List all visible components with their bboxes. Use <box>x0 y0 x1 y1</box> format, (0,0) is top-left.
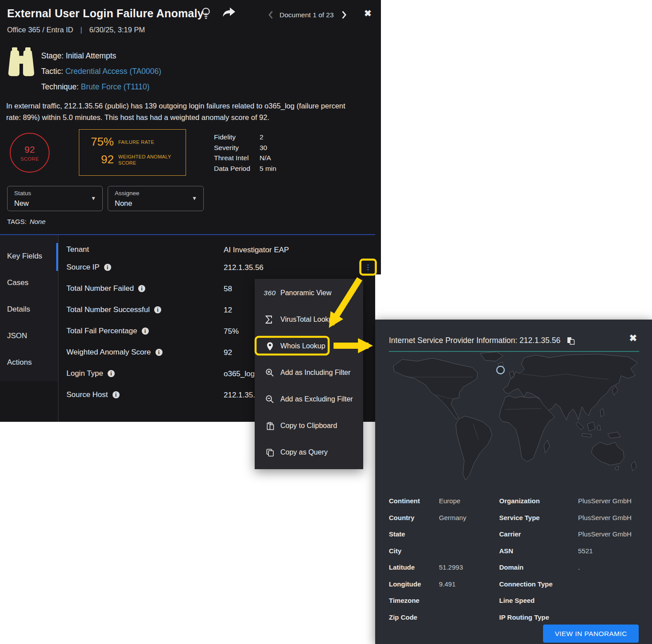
share-forward-icon[interactable] <box>222 7 236 18</box>
map-madagascar <box>544 440 550 453</box>
isp-value: 5521 <box>578 547 639 555</box>
menu-item-add-as-excluding-filter[interactable]: Add as Excluding Filter <box>255 386 363 413</box>
info-icon[interactable]: i <box>113 391 120 398</box>
tab-json[interactable]: JSON <box>7 332 55 342</box>
virustotal-icon <box>264 314 276 325</box>
isp-label: Service Type <box>499 514 578 521</box>
event-timestamp: 6/30/25, 3:19 PM <box>89 26 145 34</box>
whois-popup: Internet Service Provider Information: 2… <box>375 320 652 644</box>
copy-ip-icon[interactable] <box>567 336 575 345</box>
isp-label: Carrier <box>499 530 578 538</box>
lightbulb-icon[interactable] <box>200 7 212 20</box>
field-value: 12 <box>224 306 232 315</box>
field-label: Total Number Failedi <box>66 284 145 293</box>
field-label: Tenant <box>66 245 89 254</box>
tactic-link[interactable]: Credential Access (TA0006) <box>65 67 161 76</box>
isp-info-table: ContinentEuropeOrganizationPlusServer Gm… <box>389 493 639 625</box>
zoom-in-icon <box>264 367 276 378</box>
status-label: Status <box>14 190 31 197</box>
info-icon[interactable]: i <box>104 264 111 271</box>
isp-label: Continent <box>389 497 439 505</box>
isp-label: Connection Type <box>499 580 578 588</box>
menu-item-label: Add as Excluding Filter <box>280 395 353 403</box>
tactic-label: Tactic: <box>41 67 63 76</box>
binoculars-icon <box>8 47 35 77</box>
panel-edge <box>375 0 381 274</box>
isp-label: Zip Code <box>389 613 439 621</box>
stat-value: 2 <box>260 133 276 144</box>
map-philippines <box>600 409 604 417</box>
tags-value: None <box>30 218 46 225</box>
info-icon[interactable]: i <box>138 285 145 292</box>
world-map <box>389 351 639 487</box>
info-icon[interactable]: i <box>142 328 149 335</box>
tab-cases[interactable]: Cases <box>7 278 55 289</box>
isp-value: 51.2993 <box>439 563 499 571</box>
field-label: Total Fail Percentagei <box>66 327 149 335</box>
isp-label: Latitude <box>389 563 439 571</box>
menu-item-label: Copy as Query <box>280 448 328 456</box>
chevron-left-icon[interactable] <box>268 11 273 19</box>
anomaly-description: In external traffic, 212.1.35.56 (public… <box>6 100 361 123</box>
map-north-america <box>393 358 477 419</box>
score-label: SCORE <box>20 156 39 162</box>
field-value: 212.1.35.56 <box>224 263 264 272</box>
isp-label: Line Speed <box>499 597 578 604</box>
close-icon[interactable]: ✖ <box>629 333 637 343</box>
mitre-tactic: Tactic: Credential Access (TA0006) <box>41 67 161 76</box>
isp-value: PlusServer GmbH <box>578 514 639 521</box>
technique-link[interactable]: Brute Force (T1110) <box>81 82 150 91</box>
status-dropdown[interactable]: Status New ▼ <box>7 186 103 211</box>
caret-down-icon: ▼ <box>91 195 96 201</box>
map-tasmania <box>615 466 619 470</box>
view-in-panoramic-button[interactable]: VIEW IN PANORAMIC <box>543 625 639 643</box>
stage-label: Stage: <box>41 51 64 60</box>
table-row: TenantAI Investigator EAP <box>66 245 375 257</box>
info-icon[interactable]: i <box>155 349 163 356</box>
separator: | <box>80 26 82 34</box>
menu-item-add-as-including-filter[interactable]: Add as Including Filter <box>255 359 363 386</box>
tab-actions[interactable]: Actions <box>7 358 55 369</box>
menu-item-copy-to-clipboard[interactable]: Copy to Clipboard <box>255 413 363 439</box>
kebab-menu-icon[interactable]: ⋮ <box>362 262 374 274</box>
assignee-dropdown[interactable]: Assignee None ▼ <box>108 186 204 211</box>
tab-details[interactable]: Details <box>7 305 55 316</box>
score-value: 92 <box>24 144 35 155</box>
chevron-right-icon[interactable] <box>342 11 347 19</box>
info-icon[interactable]: i <box>108 370 115 377</box>
failure-rate-value: 75% <box>88 135 114 149</box>
isp-label: Domain <box>499 563 578 571</box>
menu-item-whois-lookup[interactable]: Whois Lookup <box>255 333 363 359</box>
map-sulawesi <box>597 425 601 430</box>
close-icon[interactable]: ✖ <box>364 8 372 19</box>
field-label: Login Typei <box>66 369 115 378</box>
tags-row: TAGS:None <box>7 218 46 225</box>
zoom-out-icon <box>264 394 276 405</box>
tab-key-fields[interactable]: Key Fields <box>7 252 55 262</box>
stat-value: 30 <box>260 144 276 154</box>
info-icon[interactable]: i <box>154 306 161 313</box>
mitre-technique: Technique: Brute Force (T1110) <box>41 82 150 92</box>
menu-item-copy-as-query[interactable]: Copy as Query <box>255 439 363 466</box>
map-new-guinea <box>608 432 621 438</box>
menu-item-label: VirusTotal Lookup <box>280 316 337 324</box>
isp-label: Timezone <box>389 597 439 604</box>
stat-label: Threat Intel <box>214 154 260 165</box>
stat-label: Data Period <box>214 165 260 175</box>
field-label: Weighted Anomaly Scorei <box>66 348 163 357</box>
field-value: 92 <box>224 348 232 357</box>
menu-item-virustotal-lookup[interactable]: VirusTotal Lookup <box>255 306 363 333</box>
popup-title: Internet Service Provider Information: 2… <box>389 336 560 345</box>
isp-value: PlusServer GmbH <box>578 530 639 538</box>
clipboard-icon <box>264 420 276 431</box>
isp-label: State <box>389 530 439 538</box>
assignee-label: Assignee <box>115 190 140 197</box>
field-context-menu: 360Panoramic ViewVirusTotal LookupWhois … <box>255 279 363 469</box>
menu-item-panoramic-view[interactable]: 360Panoramic View <box>255 280 363 306</box>
field-label: Total Number Successfuli <box>66 305 161 314</box>
stat-label: Severity <box>214 144 260 154</box>
stat-value: N/A <box>260 154 276 165</box>
map-australia <box>591 442 624 465</box>
popup-title-row: Internet Service Provider Information: 2… <box>389 336 575 345</box>
weighted-anomaly-label: WEIGHTED ANOMALY SCORE <box>118 154 176 166</box>
